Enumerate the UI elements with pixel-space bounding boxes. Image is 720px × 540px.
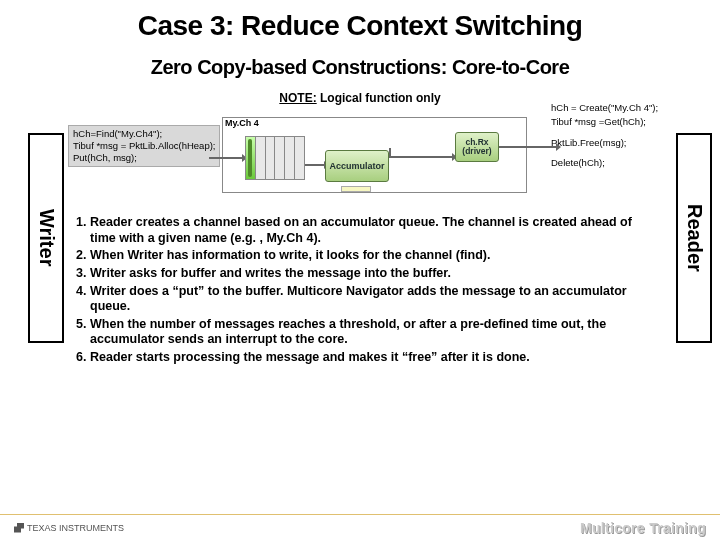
page-subtitle: Zero Copy-based Constructions: Core-to-C… <box>0 56 720 79</box>
reader-label: Reader <box>678 135 710 341</box>
step-item: Writer asks for buffer and writes the me… <box>90 266 650 282</box>
ti-logo-icon: TEXAS INSTRUMENTS <box>14 523 124 533</box>
reader-code-block: hCh = Create("My.Ch 4"); Tibuf *msg =Get… <box>551 101 676 170</box>
steps-list: Reader creates a channel based on an acc… <box>70 215 650 368</box>
arrow-icon <box>209 157 243 159</box>
footer-brand: TEXAS INSTRUMENTS <box>14 523 124 533</box>
diagram-area: Writer Reader hCh=Find("My.Ch4"); Tibuf … <box>0 113 720 473</box>
step-item: Reader starts processing the message and… <box>90 350 650 366</box>
reader-code-line: PktLib.Free(msg); <box>551 136 676 150</box>
brand-text: TEXAS INSTRUMENTS <box>27 523 124 533</box>
writer-code-box: hCh=Find("My.Ch4"); Tibuf *msg = PktLib.… <box>68 125 220 167</box>
reader-code-line: hCh = Create("My.Ch 4"); <box>551 101 676 115</box>
step-item: When Writer has information to write, it… <box>90 248 650 264</box>
step-item: Reader creates a channel based on an acc… <box>90 215 650 246</box>
channel-diagram: My.Ch 4 Accumulator ch.Rx (driver) <box>222 117 527 193</box>
note-icon <box>341 186 371 192</box>
arrow-icon <box>389 156 453 158</box>
reader-code-line: Delete(hCh); <box>551 156 676 170</box>
step-item: When the number of messages reaches a th… <box>90 317 650 348</box>
arrow-icon <box>499 146 557 148</box>
note-prefix: NOTE: <box>279 91 316 105</box>
channel-name: My.Ch 4 <box>225 118 259 128</box>
writer-code-line: hCh=Find("My.Ch4"); <box>73 128 215 140</box>
reader-box: Reader <box>676 133 712 343</box>
writer-box: Writer <box>28 133 64 343</box>
queue-graphic <box>245 136 305 180</box>
writer-label: Writer <box>30 135 62 341</box>
arrow-icon <box>305 164 325 166</box>
page-title: Case 3: Reduce Context Switching <box>0 10 720 42</box>
reader-code-line: Tibuf *msg =Get(hCh); <box>551 115 676 129</box>
writer-code-line: Tibuf *msg = PktLib.Alloc(hHeap); <box>73 140 215 152</box>
writer-code-line: Put(hCh, msg); <box>73 152 215 164</box>
step-item: Writer does a “put” to the buffer. Multi… <box>90 284 650 315</box>
note-text: Logical function only <box>317 91 441 105</box>
footer-course: Multicore Training <box>580 520 706 536</box>
chrx-box: ch.Rx (driver) <box>455 132 499 162</box>
accumulator-box: Accumulator <box>325 150 389 182</box>
footer: TEXAS INSTRUMENTS Multicore Training <box>0 514 720 540</box>
